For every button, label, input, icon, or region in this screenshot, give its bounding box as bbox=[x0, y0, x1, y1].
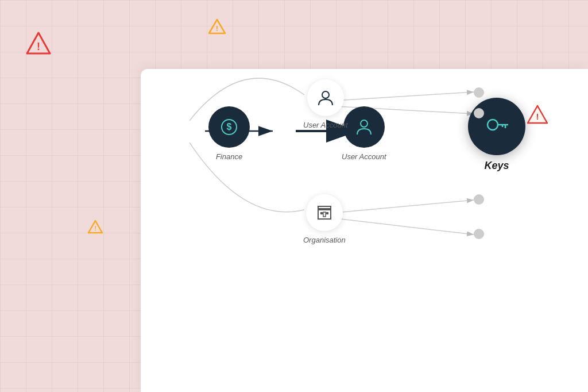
svg-text:!: ! bbox=[94, 225, 96, 232]
svg-text:!: ! bbox=[37, 41, 40, 52]
svg-rect-24 bbox=[323, 212, 326, 217]
gray-dot-1 bbox=[474, 87, 484, 98]
svg-point-18 bbox=[361, 120, 368, 127]
organisation-icon-circle bbox=[306, 194, 343, 231]
user-account-main-label: User Account bbox=[342, 152, 386, 161]
main-panel: $ Finance User Account Use bbox=[141, 69, 588, 392]
organisation-node[interactable]: Organisation bbox=[303, 194, 346, 244]
finance-node[interactable]: $ Finance bbox=[208, 106, 250, 161]
svg-text:$: $ bbox=[227, 122, 232, 132]
organisation-label: Organisation bbox=[303, 236, 346, 244]
user-account-main-icon-circle bbox=[343, 106, 385, 148]
finance-icon-circle: $ bbox=[208, 106, 250, 148]
warning-icon-keys: ! bbox=[527, 105, 548, 126]
gray-dot-3 bbox=[474, 194, 484, 205]
keys-icon-circle bbox=[468, 98, 525, 155]
svg-line-12 bbox=[336, 218, 474, 235]
user-account-top-icon-circle bbox=[307, 79, 344, 116]
gray-dot-2 bbox=[474, 108, 484, 118]
user-account-top-node[interactable]: User Account bbox=[303, 79, 348, 129]
warning-icon-top-left: ! bbox=[26, 32, 51, 60]
gray-dot-4 bbox=[474, 229, 484, 239]
keys-label: Keys bbox=[484, 160, 509, 172]
warning-icon-top-center: ! bbox=[208, 18, 226, 39]
svg-point-25 bbox=[488, 120, 498, 130]
svg-rect-22 bbox=[320, 212, 323, 214]
warning-icon-left-mid: ! bbox=[87, 220, 103, 237]
svg-line-9 bbox=[336, 92, 474, 101]
svg-line-11 bbox=[336, 200, 474, 213]
svg-text:!: ! bbox=[536, 112, 539, 121]
user-account-main-node[interactable]: User Account bbox=[342, 106, 386, 161]
svg-text:!: ! bbox=[216, 24, 218, 33]
svg-rect-23 bbox=[326, 212, 328, 214]
user-account-top-label: User Account bbox=[303, 121, 348, 129]
finance-label: Finance bbox=[216, 152, 242, 161]
svg-point-19 bbox=[322, 91, 329, 98]
